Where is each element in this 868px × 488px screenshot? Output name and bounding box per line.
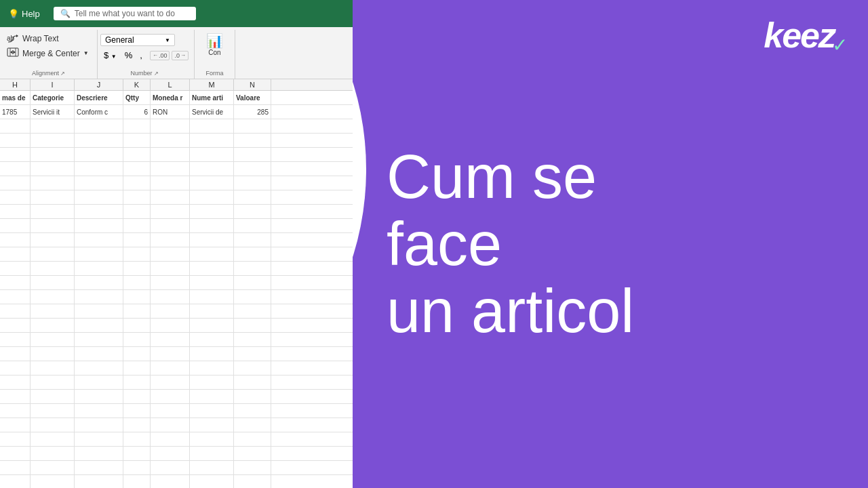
empty-cell[interactable] <box>190 475 234 488</box>
empty-cell[interactable] <box>75 347 123 361</box>
empty-cell[interactable] <box>75 119 123 133</box>
empty-cell[interactable] <box>31 418 75 432</box>
empty-cell[interactable] <box>75 432 123 446</box>
col-header-L[interactable]: L <box>151 79 190 90</box>
empty-cell[interactable] <box>123 233 151 247</box>
empty-cell[interactable] <box>75 176 123 190</box>
empty-cell[interactable] <box>151 461 190 474</box>
cell-0-2[interactable]: Conform c <box>75 105 123 119</box>
empty-cell[interactable] <box>0 290 31 304</box>
cond-format-button[interactable]: 📊 Con <box>206 33 223 56</box>
empty-cell[interactable] <box>0 233 31 247</box>
cell-0-4[interactable]: RON <box>151 105 190 119</box>
empty-cell[interactable] <box>190 304 234 318</box>
empty-cell[interactable] <box>234 276 271 289</box>
dropdown-arrow-icon[interactable]: ▼ <box>83 50 89 56</box>
expand-icon[interactable]: ↗ <box>60 70 65 77</box>
empty-cell[interactable] <box>0 190 31 204</box>
empty-cell[interactable] <box>75 247 123 261</box>
empty-cell[interactable] <box>234 219 271 232</box>
empty-cell[interactable] <box>0 247 31 261</box>
cell-0-0[interactable]: 1785 <box>0 105 31 119</box>
empty-cell[interactable] <box>151 276 190 289</box>
empty-cell[interactable] <box>31 447 75 460</box>
empty-cell[interactable] <box>234 347 271 361</box>
empty-cell[interactable] <box>0 375 31 389</box>
empty-cell[interactable] <box>190 219 234 232</box>
empty-cell[interactable] <box>234 461 271 474</box>
empty-cell[interactable] <box>234 233 271 247</box>
empty-cell[interactable] <box>75 461 123 474</box>
empty-cell[interactable] <box>0 276 31 289</box>
empty-cell[interactable] <box>151 290 190 304</box>
empty-cell[interactable] <box>75 134 123 147</box>
empty-cell[interactable] <box>75 447 123 460</box>
empty-cell[interactable] <box>151 304 190 318</box>
empty-cell[interactable] <box>75 375 123 389</box>
empty-cell[interactable] <box>151 347 190 361</box>
empty-cell[interactable] <box>234 176 271 190</box>
empty-cell[interactable] <box>190 162 234 176</box>
merge-center-button[interactable]: Merge & Center ▼ <box>5 47 92 60</box>
empty-cell[interactable] <box>234 134 271 147</box>
empty-cell[interactable] <box>75 205 123 218</box>
empty-cell[interactable] <box>190 432 234 446</box>
empty-cell[interactable] <box>0 404 31 418</box>
empty-cell[interactable] <box>190 119 234 133</box>
empty-cell[interactable] <box>123 304 151 318</box>
empty-cell[interactable] <box>31 262 75 275</box>
hcell-1[interactable]: Categorie <box>31 91 75 104</box>
empty-cell[interactable] <box>151 432 190 446</box>
empty-cell[interactable] <box>75 333 123 346</box>
cell-0-1[interactable]: Servicii it <box>31 105 75 119</box>
empty-cell[interactable] <box>151 176 190 190</box>
empty-cell[interactable] <box>0 319 31 332</box>
empty-cell[interactable] <box>190 176 234 190</box>
empty-cell[interactable] <box>0 461 31 474</box>
empty-cell[interactable] <box>190 262 234 275</box>
empty-cell[interactable] <box>151 319 190 332</box>
empty-cell[interactable] <box>190 447 234 460</box>
expand-icon2[interactable]: ↗ <box>154 70 159 77</box>
empty-cell[interactable] <box>0 361 31 375</box>
empty-cell[interactable] <box>75 233 123 247</box>
empty-cell[interactable] <box>151 333 190 346</box>
empty-cell[interactable] <box>123 190 151 204</box>
empty-cell[interactable] <box>190 190 234 204</box>
hcell-2[interactable]: Descriere <box>75 91 123 104</box>
col-header-K[interactable]: K <box>123 79 151 90</box>
empty-cell[interactable] <box>31 319 75 332</box>
empty-cell[interactable] <box>75 148 123 161</box>
empty-cell[interactable] <box>234 290 271 304</box>
empty-cell[interactable] <box>123 219 151 232</box>
empty-cell[interactable] <box>151 418 190 432</box>
empty-cell[interactable] <box>190 347 234 361</box>
empty-cell[interactable] <box>123 447 151 460</box>
empty-cell[interactable] <box>151 404 190 418</box>
empty-cell[interactable] <box>75 304 123 318</box>
empty-cell[interactable] <box>0 475 31 488</box>
empty-cell[interactable] <box>75 162 123 176</box>
search-box[interactable]: 🔍 Tell me what you want to do <box>54 7 196 20</box>
empty-cell[interactable] <box>234 447 271 460</box>
col-header-M[interactable]: M <box>190 79 234 90</box>
empty-cell[interactable] <box>0 390 31 403</box>
empty-cell[interactable] <box>123 290 151 304</box>
empty-cell[interactable] <box>31 219 75 232</box>
empty-cell[interactable] <box>123 375 151 389</box>
empty-cell[interactable] <box>31 190 75 204</box>
empty-cell[interactable] <box>0 119 31 133</box>
empty-cell[interactable] <box>234 418 271 432</box>
currency-button[interactable]: $ ▼ <box>100 49 120 62</box>
empty-cell[interactable] <box>234 262 271 275</box>
empty-cell[interactable] <box>0 333 31 346</box>
empty-cell[interactable] <box>0 162 31 176</box>
empty-cell[interactable] <box>75 418 123 432</box>
empty-cell[interactable] <box>75 276 123 289</box>
comma-button[interactable]: , <box>137 49 145 61</box>
empty-cell[interactable] <box>0 432 31 446</box>
empty-cell[interactable] <box>75 361 123 375</box>
empty-cell[interactable] <box>31 475 75 488</box>
empty-cell[interactable] <box>31 333 75 346</box>
empty-cell[interactable] <box>0 219 31 232</box>
